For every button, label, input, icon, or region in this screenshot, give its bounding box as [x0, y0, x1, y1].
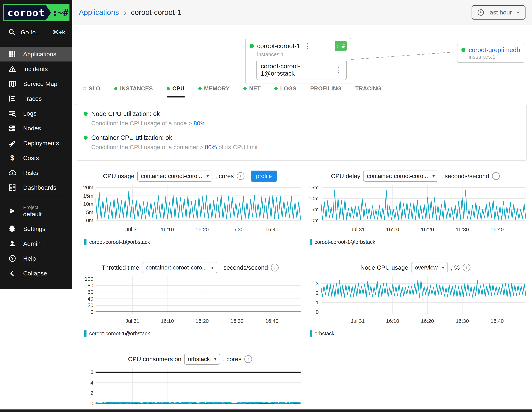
time-range-picker[interactable]: last hour: [472, 5, 525, 19]
chart-header: CPU usage container: coroot-coro...▾ , c…: [80, 170, 301, 182]
tab-profiling[interactable]: PROFILING: [310, 85, 342, 97]
rocket-icon: [8, 139, 16, 147]
sidebar-item-collapse[interactable]: Collapse: [0, 266, 72, 281]
svg-text:$: $: [10, 154, 14, 162]
metric-selector[interactable]: overview▾: [411, 262, 448, 273]
sidebar-item-dashboards[interactable]: Dashboards: [0, 180, 72, 195]
metric-selector[interactable]: container: coroot-coro...▾: [142, 262, 217, 273]
node-selector[interactable]: orbstack▾: [184, 354, 220, 365]
sidebar-item-costs[interactable]: $Costs: [0, 150, 72, 165]
check-node-cpu-condition: Condition: the CPU usage of a node > 80%: [91, 120, 519, 127]
tab-tracing[interactable]: TRACING: [355, 85, 382, 97]
y-tick-label: 0: [316, 309, 319, 315]
y-tick-label: 20m: [83, 185, 93, 191]
sidebar-item-applications[interactable]: Applications: [0, 47, 72, 62]
search-icon: [8, 28, 16, 36]
main-content: Applications › coroot-coroot-1 last hour…: [72, 0, 532, 412]
sidebar-footer: ProjectdefaultSettingsAdmin?HelpCollapse: [0, 201, 72, 281]
tab-label: MEMORY: [204, 85, 230, 92]
tab-slo[interactable]: SLO: [83, 85, 100, 97]
sidebar-item-label: Collapse: [23, 270, 47, 277]
sidebar-item-label: Costs: [23, 154, 39, 161]
chevron-left-icon: [8, 269, 16, 277]
chart-cpu-usage: CPU usage container: coroot-coro...▾ , c…: [80, 170, 301, 245]
sidebar-item-settings[interactable]: Settings: [0, 221, 72, 236]
sidebar-nav: ApplicationsIncidentsService MapTracesLo…: [0, 47, 72, 195]
threshold-link[interactable]: 80%: [194, 120, 206, 127]
threshold-link[interactable]: 80%: [205, 144, 217, 150]
chart-legend: orbstack: [310, 330, 526, 337]
caret-down-icon: ▾: [207, 173, 209, 179]
line-chart: [95, 185, 301, 223]
sidebar-item-label: Deployments: [23, 140, 59, 147]
tab-label: PROFILING: [310, 85, 342, 92]
svg-text:?: ?: [11, 256, 14, 261]
info-icon[interactable]: i: [244, 355, 252, 363]
x-tick-label: 16:40: [265, 318, 278, 324]
sidebar-item-admin[interactable]: Admin: [0, 236, 72, 251]
info-icon[interactable]: i: [463, 264, 470, 272]
sidebar-item-risks[interactable]: Risks: [0, 165, 72, 180]
sidebar-divider-bottom: [4, 195, 68, 195]
y-tick-label: 80: [88, 282, 93, 289]
metric-selector[interactable]: container: coroot-coro...▾: [137, 170, 212, 182]
y-axis: 6420: [80, 368, 95, 412]
metric-selector[interactable]: container: coroot-coro...▾: [363, 170, 438, 182]
sidebar-item-deployments[interactable]: Deployments: [0, 136, 72, 150]
check-container-cpu: Container CPU utilization: ok: [84, 134, 519, 141]
info-icon[interactable]: i: [271, 264, 279, 272]
tab-logs[interactable]: LOGS: [274, 85, 296, 97]
instances-label: instances:1: [257, 52, 347, 57]
tab-label: NET: [249, 85, 261, 92]
chart-node-cpu-usage: Node CPU usage overview▾ , % i 3210 Jul …: [305, 262, 526, 337]
tab-instances[interactable]: INSTANCES: [114, 85, 153, 97]
application-map: coroot-coroot-1 ⋮ :~# instances:1 coroot…: [72, 25, 532, 80]
tab-net[interactable]: NET: [243, 85, 261, 97]
sidebar-item-traces[interactable]: Traces: [0, 91, 72, 106]
cpu-checks-panel: Node CPU utilization: ok Condition: the …: [76, 104, 527, 161]
x-tick-label: Jul 31: [125, 318, 139, 324]
tab-cpu[interactable]: CPU: [167, 85, 185, 97]
sidebar-item-label: Settings: [23, 225, 45, 232]
sidebar-item-incidents[interactable]: Incidents: [0, 62, 72, 76]
goto-search[interactable]: Go to... ⌘+k: [0, 23, 72, 42]
legend-item: coroot-coroot-1@orbstack: [310, 239, 375, 245]
sidebar-item-help[interactable]: ?Help: [0, 251, 72, 266]
breadcrumb-applications[interactable]: Applications: [79, 8, 119, 17]
window-bottom-edge: [0, 410, 532, 412]
tab-label: SLO: [89, 85, 100, 92]
y-axis: 3210: [305, 277, 321, 326]
profile-button[interactable]: profile: [251, 170, 277, 182]
sidebar-item-nodes[interactable]: Nodes: [0, 121, 72, 136]
hexagons-icon: [8, 207, 16, 215]
sidebar-item-logs[interactable]: Logs: [0, 106, 72, 121]
grid-icon: [8, 50, 16, 58]
sidebar-item-project[interactable]: Projectdefault: [0, 201, 72, 221]
instance-name: coroot-coroot-1@orbstack: [261, 63, 330, 77]
kebab-menu-icon[interactable]: ⋮: [334, 66, 342, 73]
instance-box[interactable]: coroot-coroot-1@orbstack ⋮: [256, 60, 347, 80]
info-icon[interactable]: i: [492, 172, 500, 180]
y-tick-label: 2: [316, 290, 319, 296]
tab-label: TRACING: [355, 85, 382, 92]
sidebar-item-label: Admin: [23, 240, 40, 247]
chart-header: Node CPU usage overview▾ , % i: [305, 262, 526, 273]
y-axis: 20m15m10m5m0m: [80, 185, 95, 234]
coroot-logo[interactable]: coroot :~#: [3, 4, 69, 21]
y-tick-label: 0: [90, 401, 93, 407]
sidebar-item-service-map[interactable]: Service Map: [0, 76, 72, 91]
x-tick-label: 16:30: [230, 227, 244, 233]
app-card-coroot-greptimedb: coroot-greptimedb instances:1: [457, 44, 524, 63]
y-tick-label: 10m: [83, 201, 93, 207]
coroot-logo-suffix: :~#: [51, 5, 71, 20]
info-icon[interactable]: i: [237, 172, 245, 180]
tab-memory[interactable]: MEMORY: [198, 85, 230, 97]
report-tabs: SLOINSTANCESCPUMEMORYNETLOGSPROFILINGTRA…: [83, 85, 532, 97]
app-card-coroot-coroot-1: coroot-coroot-1 ⋮ :~# instances:1 coroot…: [245, 38, 351, 84]
x-tick-label: 16:10: [161, 227, 174, 233]
kebab-menu-icon[interactable]: ⋮: [303, 43, 312, 49]
linked-app-link[interactable]: coroot-greptimedb: [469, 46, 520, 54]
chart-legend: coroot-coroot-1@orbstack: [310, 239, 526, 245]
caret-down-icon: ▾: [211, 265, 214, 270]
dollar-icon: $: [8, 154, 16, 162]
